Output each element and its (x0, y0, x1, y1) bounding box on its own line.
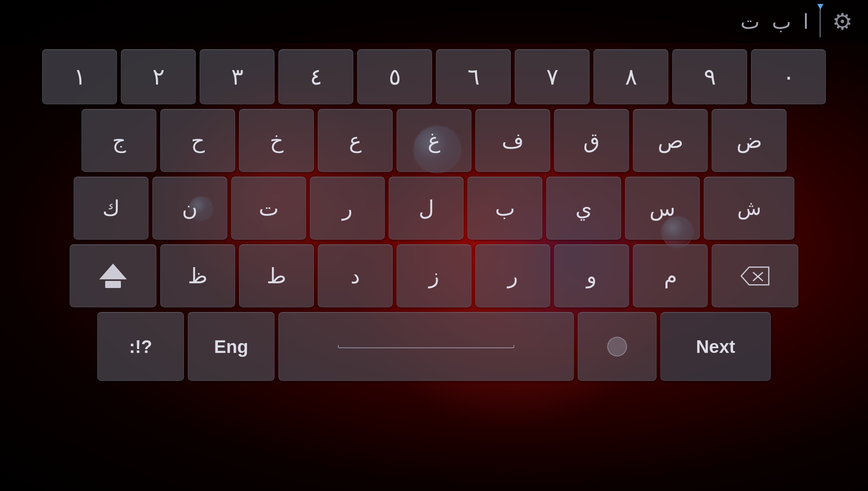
key-2[interactable]: ٢ (121, 49, 196, 104)
space-key[interactable] (278, 312, 574, 381)
key-ain[interactable]: ع (318, 109, 393, 172)
key-7[interactable]: ٧ (515, 49, 590, 104)
top-bar: ا ب ت ⚙ (0, 0, 868, 43)
shift-arrow (99, 264, 127, 279)
key-kha[interactable]: خ (239, 109, 314, 172)
emoji-key[interactable] (578, 312, 657, 381)
key-ghain[interactable]: غ (397, 109, 471, 172)
key-waw[interactable]: و (554, 244, 629, 307)
number-row: ١ ٢ ٣ ٤ ٥ ٦ ٧ ٨ ٩ ٠ (8, 49, 860, 104)
key-1[interactable]: ١ (42, 49, 117, 104)
next-key[interactable]: Next (660, 312, 771, 381)
key-8[interactable]: ٨ (594, 49, 668, 104)
letter-row-3: ظ ط د ز ر و م (8, 244, 860, 307)
backspace-icon (739, 265, 771, 287)
key-dhad[interactable]: ض (712, 109, 786, 172)
key-dal[interactable]: د (318, 244, 393, 307)
keyboard-background: ا ب ت ⚙ ١ ٢ ٣ ٤ ٥ ٦ ٧ ٨ ٩ ٠ ج ح خ ع غ (0, 0, 868, 491)
shift-base (105, 281, 121, 288)
arabic-preview: ا ب ت (740, 10, 812, 33)
key-zayn[interactable]: ز (397, 244, 471, 307)
language-key[interactable]: Eng (188, 312, 274, 381)
key-sheen[interactable]: ش (704, 177, 794, 240)
key-3[interactable]: ٣ (200, 49, 274, 104)
settings-button[interactable]: ⚙ (829, 8, 856, 35)
space-bar-decoration (338, 345, 515, 348)
symbols-key[interactable]: :!? (97, 312, 184, 381)
key-6[interactable]: ٦ (436, 49, 511, 104)
emoji-icon (607, 337, 627, 356)
key-sad[interactable]: ص (633, 109, 708, 172)
key-ba[interactable]: ب (467, 177, 542, 240)
key-9[interactable]: ٩ (672, 49, 747, 104)
key-4[interactable]: ٤ (278, 49, 353, 104)
letter-row-1: ج ح خ ع غ ف ق ص ض (8, 109, 860, 172)
bottom-row: :!? Eng Next (8, 312, 860, 381)
key-ta[interactable]: ت (231, 177, 306, 240)
key-fa[interactable]: ف (475, 109, 550, 172)
key-noon[interactable]: ن (152, 177, 227, 240)
key-0[interactable]: ٠ (751, 49, 826, 104)
key-5[interactable]: ٥ (357, 49, 432, 104)
cursor-divider (820, 6, 821, 37)
key-qaf[interactable]: ق (554, 109, 629, 172)
key-meem[interactable]: م (633, 244, 708, 307)
key-ra2[interactable]: ر (475, 244, 550, 307)
gear-icon: ⚙ (832, 8, 853, 35)
keyboard-area: ١ ٢ ٣ ٤ ٥ ٦ ٧ ٨ ٩ ٠ ج ح خ ع غ ف ق ص ض ك … (0, 43, 868, 491)
shift-icon (99, 264, 127, 288)
svg-marker-0 (741, 267, 769, 285)
key-ya[interactable]: ي (546, 177, 621, 240)
key-lam[interactable]: ل (389, 177, 464, 240)
key-ha[interactable]: ح (160, 109, 235, 172)
backspace-key[interactable] (712, 244, 798, 307)
key-zha[interactable]: ظ (160, 244, 235, 307)
key-seen[interactable]: س (625, 177, 700, 240)
key-ra[interactable]: ر (310, 177, 385, 240)
key-tta[interactable]: ط (239, 244, 314, 307)
key-kaf[interactable]: ك (74, 177, 148, 240)
cursor-indicator (817, 4, 823, 9)
shift-key[interactable] (70, 244, 156, 307)
letter-row-2: ك ن ت ر ل ب ي س ش (8, 177, 860, 240)
key-jeem[interactable]: ج (82, 109, 156, 172)
